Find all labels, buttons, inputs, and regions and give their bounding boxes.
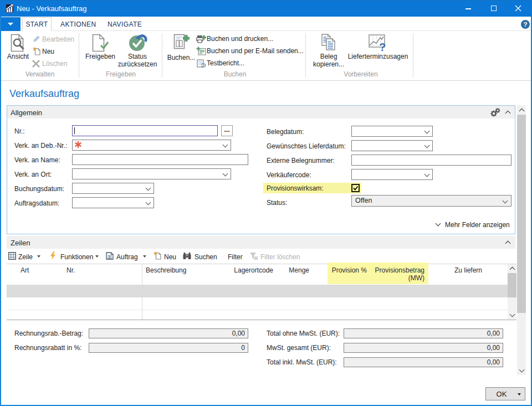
svg-text:?: ? [523,21,527,28]
svg-text:?: ? [379,41,386,52]
